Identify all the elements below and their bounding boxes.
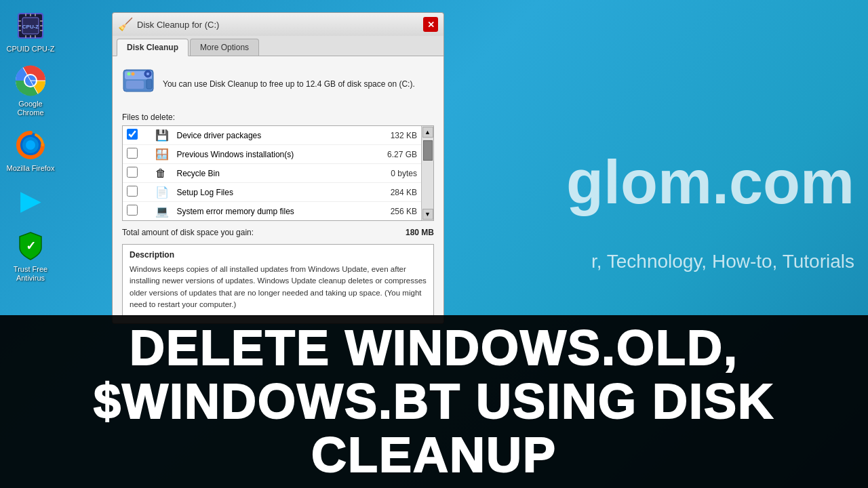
tab-more-options[interactable]: More Options [190, 39, 259, 56]
file-row-0: 💾 Device driver packages 132 KB [123, 126, 433, 145]
file-name-3: Setup Log Files [173, 183, 359, 202]
checkbox-dump-files[interactable] [127, 205, 138, 216]
desktop: glom.com r, Technology, How-to, Tutorial… [0, 0, 868, 488]
total-row: Total amount of disk space you gain: 180… [122, 226, 434, 239]
desktop-icon-cpuz[interactable]: CPU-Z CPUID CPU-Z [3, 7, 58, 56]
scroll-thumb[interactable] [423, 140, 433, 161]
file-row-1: 🪟 Previous Windows installation(s) 6.27 … [123, 145, 433, 164]
checkbox-prev-windows[interactable] [127, 148, 138, 159]
desktop-icon-firefox[interactable]: Mozilla Firefox [3, 126, 58, 176]
info-section: You can use Disk Cleanup to free up to 1… [122, 63, 434, 104]
file-list: 💾 Device driver packages 132 KB 🪟 Previo… [123, 126, 433, 220]
chrome-label: Google Chrome [6, 100, 55, 117]
dialog-title-text: Disk Cleanup for (C:) [137, 20, 219, 30]
desktop-icon-chrome[interactable]: Google Chrome [3, 62, 58, 120]
bottom-bar: DELETE WINDOWS.OLD, $WINDOWS.BT USING DI… [0, 315, 868, 488]
files-to-delete-label: Files to delete: [122, 113, 434, 122]
total-value: 180 MB [406, 228, 434, 237]
dialog-titlebar: 🧹 Disk Cleanup for (C:) ✕ [112, 12, 444, 36]
file-icon-4: 💻 [151, 202, 173, 221]
file-name-1: Previous Windows installation(s) [173, 145, 359, 164]
file-name-2: Recycle Bin [173, 164, 359, 183]
website-tagline: r, Technology, How-to, Tutorials [591, 251, 854, 272]
dialog-tabs: Disk Cleanup More Options [113, 36, 443, 56]
svg-rect-27 [146, 79, 152, 89]
checkbox-recycle-bin[interactable] [127, 167, 138, 178]
svg-point-23 [26, 140, 35, 150]
file-list-container: 💾 Device driver packages 132 KB 🪟 Previo… [122, 125, 434, 221]
desktop-icon-antivirus[interactable]: ✓ Trust Free Antivirus [3, 227, 58, 285]
description-title: Description [130, 250, 427, 260]
file-name-4: System error memory dump files [173, 202, 359, 221]
file-name-0: Device driver packages [173, 126, 359, 145]
bottom-text-line2: $WINDOWS.BT USING DISK CLEANUP [0, 375, 868, 482]
desktop-icons: CPU-Z CPUID CPU-Z [0, 0, 61, 292]
list-scrollbar[interactable]: ▲ ▼ [421, 126, 433, 220]
scroll-down-arrow[interactable]: ▼ [422, 209, 433, 220]
dialog-content: You can use Disk Cleanup to free up to 1… [113, 56, 443, 323]
file-icon-1: 🪟 [151, 145, 173, 164]
dialog-body: Disk Cleanup More Options [112, 36, 444, 324]
scroll-up-arrow[interactable]: ▲ [422, 127, 433, 138]
description-box: Description Windows keeps copies of all … [122, 244, 434, 317]
file-icon-2: 🗑 [151, 164, 173, 183]
bottom-text-line1: DELETE WINDOWS.OLD, [130, 321, 738, 375]
svg-text:CPU-Z: CPU-Z [22, 24, 39, 30]
info-text: You can use Disk Cleanup to free up to 1… [163, 78, 415, 90]
desktop-icon-arrow[interactable]: ▶ [3, 181, 58, 222]
svg-point-32 [132, 73, 135, 76]
disk-cleanup-dialog: 🧹 Disk Cleanup for (C:) ✕ Disk Cleanup M… [112, 12, 444, 324]
file-icon-0: 💾 [151, 126, 173, 145]
file-row-4: 💻 System error memory dump files 256 KB [123, 202, 433, 221]
tab-disk-cleanup[interactable]: Disk Cleanup [117, 39, 189, 56]
dialog-close-button[interactable]: ✕ [423, 17, 438, 32]
total-label: Total amount of disk space you gain: [122, 228, 254, 237]
svg-point-31 [127, 73, 131, 76]
dialog-title-icon: 🧹 [118, 17, 133, 32]
checkbox-device-drivers[interactable] [127, 129, 138, 140]
checkbox-setup-logs[interactable] [127, 186, 138, 197]
firefox-label: Mozilla Firefox [7, 164, 55, 173]
file-icon-3: 📄 [151, 183, 173, 202]
description-text: Windows keeps copies of all installed up… [130, 264, 427, 310]
dialog-title-area: 🧹 Disk Cleanup for (C:) [118, 17, 219, 32]
hdd-icon [122, 66, 155, 102]
cpuz-label: CPUID CPU-Z [7, 45, 55, 54]
file-row-3: 📄 Setup Log Files 284 KB [123, 183, 433, 202]
file-row-2: 🗑 Recycle Bin 0 bytes [123, 164, 433, 183]
website-domain: glom.com [566, 149, 854, 216]
antivirus-label: Trust Free Antivirus [6, 265, 55, 283]
svg-point-30 [146, 73, 149, 75]
svg-text:✓: ✓ [26, 239, 36, 253]
svg-rect-28 [126, 81, 144, 89]
